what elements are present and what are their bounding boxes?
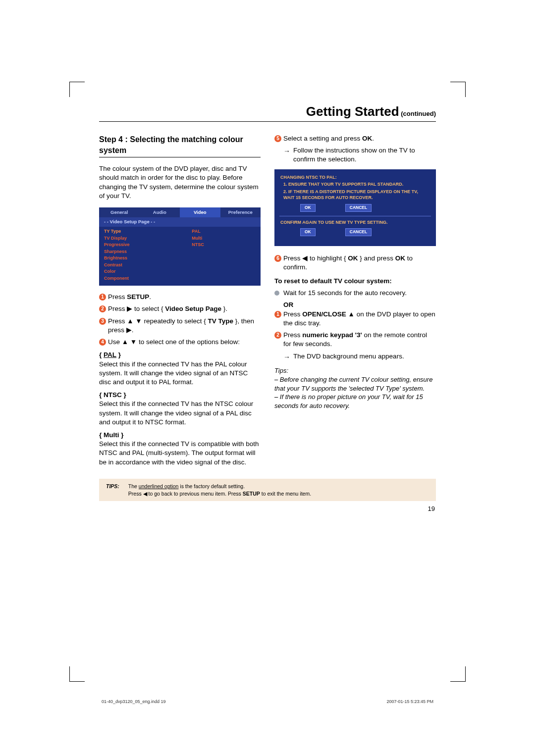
dlg-l3: 2. IF THERE IS A DISTORTED PICTURE DISPL… xyxy=(280,189,430,201)
page-header: Getting Started (continued) xyxy=(99,104,436,122)
option-ntsc: { NTSC } Select this if the connected TV… xyxy=(99,391,261,427)
dlg-ok-2: OK xyxy=(300,228,316,236)
ntsc-desc: Select this if the connected TV has the … xyxy=(99,400,261,427)
reset-step-2-sub: → The DVD background menu appears. xyxy=(274,352,436,362)
imprint-footer: 01-40_dvp3120_05_eng.indd 19 2007-01-15 … xyxy=(102,699,433,704)
right-column: 5 Select a setting and press OK. → Follo… xyxy=(274,134,436,469)
reset-step-2: 2 Press numeric keypad '3' on the remote… xyxy=(274,331,436,349)
intro-para: The colour system of the DVD player, dis… xyxy=(99,164,261,201)
step-1: 1 Press SETUP. xyxy=(99,293,261,302)
bullet-5-icon: 5 xyxy=(274,135,281,142)
arrow-icon: → xyxy=(283,353,290,362)
tips-footer: TIPS: The underlined option is the facto… xyxy=(99,479,436,501)
arrow-icon: → xyxy=(283,147,290,156)
wait-line: Wait for 15 seconds for the auto recover… xyxy=(274,289,436,298)
tip-1: – Before changing the current TV colour … xyxy=(274,375,436,393)
reset-heading: To reset to default TV colour system: xyxy=(274,277,436,286)
option-pal: { PAL } Select this if the connected TV … xyxy=(99,351,261,387)
reset-step-1: 1 Press OPEN/CLOSE ▲ on the DVD player t… xyxy=(274,310,436,328)
left-column: Step 4 : Selecting the matching colour s… xyxy=(99,134,261,469)
multi-desc: Select this if the connected TV is compa… xyxy=(99,440,261,467)
bullet-2-icon: 2 xyxy=(99,305,106,312)
menu-row-contrast: Contrast xyxy=(104,262,187,269)
imprint-right: 2007-01-15 5:23:45 PM xyxy=(386,699,433,704)
pal-label: PAL xyxy=(104,351,116,358)
step-title: Step 4 : Selecting the matching colour s… xyxy=(99,134,261,157)
dlg-l1: CHANGING NTSC TO PAL: xyxy=(280,174,430,181)
menu-row-brightness: Brightness xyxy=(104,255,187,262)
menu-row-sharpness: Sharpness xyxy=(104,249,187,255)
dot-bullet-icon xyxy=(274,291,279,296)
menu-row-color: Color xyxy=(104,268,187,275)
step-6: 6 Press ◀ to highlight { OK } and press … xyxy=(274,254,436,272)
dlg-ok-1: OK xyxy=(300,204,316,211)
menu-subhead: - - Video Setup Page - - xyxy=(99,217,261,227)
imprint-left: 01-40_dvp3120_05_eng.indd 19 xyxy=(102,699,166,704)
menu-tab-general: General xyxy=(99,207,140,218)
header-title: Getting Started xyxy=(306,104,399,119)
tips-label: Tips: xyxy=(274,366,436,375)
menu-opt-ntsc: NTSC xyxy=(192,242,256,249)
tips-footer-label: TIPS: xyxy=(106,483,119,497)
pal-desc: Select this if the connected TV has the … xyxy=(99,360,261,387)
menu-tab-video: Video xyxy=(180,207,220,218)
dlg-l4: CONFIRM AGAIN TO USE NEW TV TYPE SETTING… xyxy=(280,219,430,226)
page-number: 19 xyxy=(99,505,436,512)
menu-opt-multi: Multi xyxy=(192,235,256,242)
ntsc-label: { NTSC } xyxy=(99,391,261,400)
menu-row-tvdisplay: TV Display xyxy=(104,235,187,242)
menu-tab-audio: Audio xyxy=(140,207,180,218)
dlg-l2: 1. ENSURE THAT YOUR TV SUPPORTS PAL STAN… xyxy=(280,181,430,188)
bullet-r1-icon: 1 xyxy=(274,311,281,318)
bullet-6-icon: 6 xyxy=(274,255,281,262)
menu-opt-pal: PAL xyxy=(192,228,256,235)
menu-tabs: General Audio Video Preference xyxy=(99,207,261,218)
bullet-3-icon: 3 xyxy=(99,318,106,325)
step-2: 2 Press ▶ to select { Video Setup Page }… xyxy=(99,304,261,313)
option-multi: { Multi } Select this if the connected T… xyxy=(99,431,261,467)
bullet-1-icon: 1 xyxy=(99,294,106,301)
dialog-screenshot: CHANGING NTSC TO PAL: 1. ENSURE THAT YOU… xyxy=(274,169,436,246)
tip-2: – If there is no proper picture on your … xyxy=(274,393,436,410)
bullet-r2-icon: 2 xyxy=(274,332,281,339)
menu-tab-preference: Preference xyxy=(220,207,261,218)
menu-row-tvtype: TY Type xyxy=(104,228,187,235)
step-5-sub: → Follow the instructions show on the TV… xyxy=(274,146,436,164)
tips-block: Tips: – Before changing the current TV c… xyxy=(274,366,436,410)
multi-label: { Multi } xyxy=(99,431,261,440)
menu-row-component: Component xyxy=(104,275,187,282)
header-subtitle: (continued) xyxy=(399,110,436,117)
dlg-cancel-2: CANCEL xyxy=(345,228,372,236)
bullet-4-icon: 4 xyxy=(99,339,106,346)
step-4: 4 Use ▲ ▼ to select one of the options b… xyxy=(99,338,261,347)
or-label: OR xyxy=(283,301,293,308)
step-3: 3 Press ▲ ▼ repeatedly to select { TV Ty… xyxy=(99,317,261,335)
menu-screenshot: General Audio Video Preference - - Video… xyxy=(99,207,261,286)
menu-row-progressive: Progressive xyxy=(104,242,187,249)
step-5: 5 Select a setting and press OK. xyxy=(274,134,436,143)
dlg-cancel-1: CANCEL xyxy=(345,204,372,211)
